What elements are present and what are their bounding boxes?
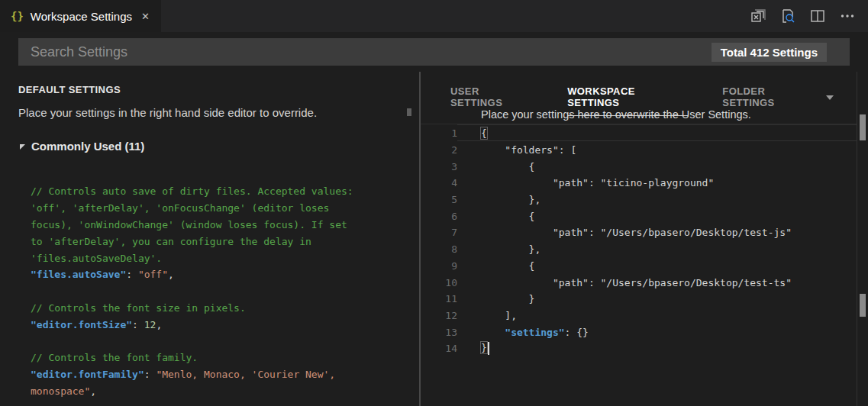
editor-actions xyxy=(750,8,868,24)
line-number: 1 xyxy=(421,127,457,139)
workspace-settings-description: Place your settings here to overwrite th… xyxy=(481,108,751,121)
workspace-settings-pane: USER SETTINGS WORKSPACE SETTINGS FOLDER … xyxy=(421,72,868,406)
code-line[interactable]: to 'afterDelay', you can configure the d… xyxy=(31,233,404,250)
code-line[interactable]: 11 } xyxy=(421,291,857,308)
overview-ruler-marker[interactable] xyxy=(860,294,866,317)
section-commonly-used[interactable]: Commonly Used (11) xyxy=(20,140,144,153)
code-line[interactable]: "editor.fontSize": 12, xyxy=(31,316,404,333)
split-editor-icon[interactable] xyxy=(809,8,826,24)
workspace-settings-code: 1{2 "folders": [3 {4 "path": "ticino-pla… xyxy=(421,125,857,357)
text-cursor xyxy=(488,342,489,355)
workspace-description-strip: Place your settings here to overwrite th… xyxy=(421,105,857,124)
search-input[interactable] xyxy=(31,44,712,60)
default-settings-pane: DEFAULT SETTINGS Place your settings in … xyxy=(0,72,419,406)
line-number: 9 xyxy=(421,260,457,272)
default-settings-description: Place your settings in the right hand si… xyxy=(18,106,317,119)
right-editor-scrollbar[interactable] xyxy=(857,72,868,406)
code-line[interactable]: 9 { xyxy=(421,258,857,275)
settings-editor-split: DEFAULT SETTINGS Place your settings in … xyxy=(0,72,868,406)
code-line[interactable] xyxy=(31,333,404,350)
line-number: 12 xyxy=(421,310,457,321)
line-number: 5 xyxy=(421,194,457,205)
code-line[interactable]: focus), 'onWindowChange' (window loses f… xyxy=(31,217,404,234)
line-number: 13 xyxy=(421,327,457,338)
code-line[interactable]: 12 ], xyxy=(421,308,857,324)
line-number: 4 xyxy=(421,177,457,188)
search-box: Total 412 Settings xyxy=(18,38,850,66)
code-line[interactable]: 14} xyxy=(421,340,857,357)
left-editor-scrollbar-thumb[interactable] xyxy=(407,108,411,116)
line-number: 8 xyxy=(421,243,457,255)
code-line[interactable]: "editor.fontFamily": "Menlo, Monaco, 'Co… xyxy=(31,366,404,383)
code-line[interactable]: 5 }, xyxy=(421,192,857,208)
code-line[interactable]: // Controls the font family. xyxy=(31,350,404,366)
close-all-icon[interactable] xyxy=(750,8,766,24)
code-line[interactable]: 2 "folders": [ xyxy=(421,142,857,159)
line-number: 3 xyxy=(421,161,457,172)
line-number: 6 xyxy=(421,211,457,222)
line-number: 11 xyxy=(421,293,457,304)
code-line[interactable]: 7 "path": "/Users/bpasero/Desktop/test-j… xyxy=(421,224,857,241)
default-settings-code: // Controls auto save of dirty files. Ac… xyxy=(31,183,404,399)
search-row: Total 412 Settings xyxy=(0,32,868,72)
section-expanded-twistie-icon[interactable] xyxy=(20,144,25,150)
code-line[interactable]: 8 }, xyxy=(421,241,857,258)
section-label: Commonly Used (11) xyxy=(31,140,144,153)
line-number: 10 xyxy=(421,277,457,288)
file-search-icon[interactable] xyxy=(779,8,796,24)
code-line[interactable]: "files.autoSave": "off", xyxy=(31,266,404,283)
line-number: 14 xyxy=(421,343,457,354)
code-line[interactable]: 3 { xyxy=(421,158,857,175)
default-settings-header: DEFAULT SETTINGS xyxy=(18,84,121,95)
code-line[interactable]: // Controls auto save of dirty files. Ac… xyxy=(31,183,404,200)
code-line[interactable]: 4 "path": "ticino-playground" xyxy=(421,175,857,192)
line-number: 7 xyxy=(421,227,457,238)
chevron-down-icon[interactable] xyxy=(826,95,834,100)
braces-icon: {} xyxy=(11,10,24,22)
right-editor-scrollbar-thumb[interactable] xyxy=(860,114,866,140)
code-line[interactable]: 13 "settings": {} xyxy=(421,324,857,340)
tab-title: Workspace Settings xyxy=(31,10,132,23)
code-line[interactable]: // Controls the font size in pixels. xyxy=(31,300,404,317)
more-actions-icon[interactable] xyxy=(839,8,856,24)
line-number: 2 xyxy=(421,144,457,156)
editor-tab-bar: {} Workspace Settings ✕ xyxy=(0,0,868,32)
code-line[interactable] xyxy=(31,283,404,300)
code-line[interactable]: 'files.autoSaveDelay'. xyxy=(31,250,404,266)
close-tab-icon[interactable]: ✕ xyxy=(141,11,150,22)
code-line[interactable]: 10 "path": "/Users/bpasero/Desktop/test-… xyxy=(421,274,857,291)
vscode-settings-window: {} Workspace Settings ✕ xyxy=(0,0,868,406)
tab-workspace-settings[interactable]: {} Workspace Settings ✕ xyxy=(0,0,161,32)
settings-count-badge: Total 412 Settings xyxy=(712,43,827,62)
code-line[interactable]: 6 { xyxy=(421,208,857,224)
code-line[interactable]: 'off', 'afterDelay', 'onFocusChange' (ed… xyxy=(31,200,404,217)
code-line[interactable]: 1{ xyxy=(421,125,857,142)
code-line[interactable]: monospace", xyxy=(31,383,404,400)
